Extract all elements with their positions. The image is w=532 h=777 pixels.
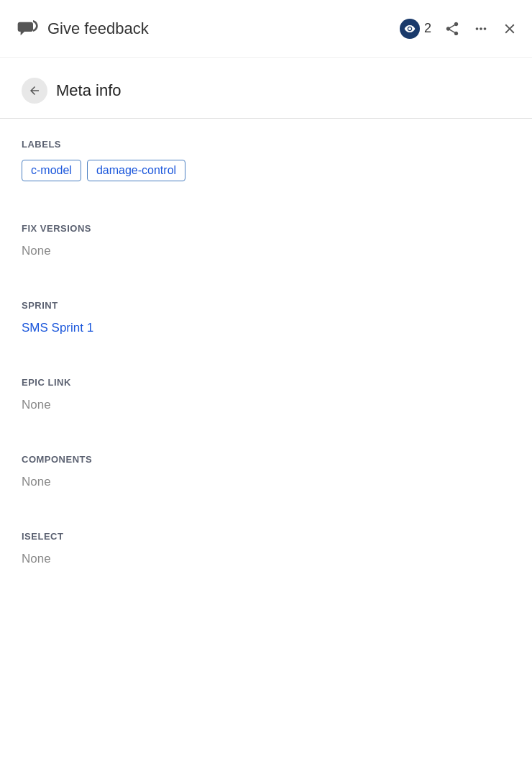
header-left: Give feedback [14,16,391,42]
label-tag-cmodel[interactable]: c-model [22,160,81,181]
labels-heading: LABELS [22,139,510,150]
label-tag-damage-control[interactable]: damage-control [87,160,185,181]
header-actions: 2 [400,19,518,39]
iselect-section: ISELECT None [0,511,532,588]
back-navigation: Meta info [0,58,532,119]
iselect-heading: ISELECT [22,531,510,542]
epic-link-heading: EPIC LINK [22,377,510,388]
components-section: COMPONENTS None [0,434,532,511]
sprint-section: SPRINT SMS Sprint 1 [0,280,532,357]
fix-versions-value: None [22,244,510,258]
close-button[interactable] [502,21,518,37]
watch-count: 2 [424,21,431,36]
epic-link-section: EPIC LINK None [0,357,532,434]
labels-section: LABELS c-model damage-control [0,119,532,203]
components-heading: COMPONENTS [22,454,510,465]
more-button[interactable] [473,21,489,37]
megaphone-icon [14,16,40,42]
header-title: Give feedback [47,19,149,38]
fix-versions-section: FIX VERSIONS None [0,203,532,280]
watch-button[interactable]: 2 [400,19,431,39]
page-title: Meta info [56,81,121,100]
app-header: Give feedback 2 [0,0,532,58]
back-button[interactable] [22,78,47,104]
components-value: None [22,475,510,489]
eye-icon [400,19,420,39]
share-button[interactable] [444,21,460,37]
fix-versions-heading: FIX VERSIONS [22,223,510,234]
main-content: Meta info LABELS c-model damage-control … [0,58,532,588]
labels-container: c-model damage-control [22,160,510,181]
epic-link-value: None [22,398,510,412]
sprint-heading: SPRINT [22,300,510,311]
sprint-link[interactable]: SMS Sprint 1 [22,321,510,335]
iselect-value: None [22,552,510,566]
